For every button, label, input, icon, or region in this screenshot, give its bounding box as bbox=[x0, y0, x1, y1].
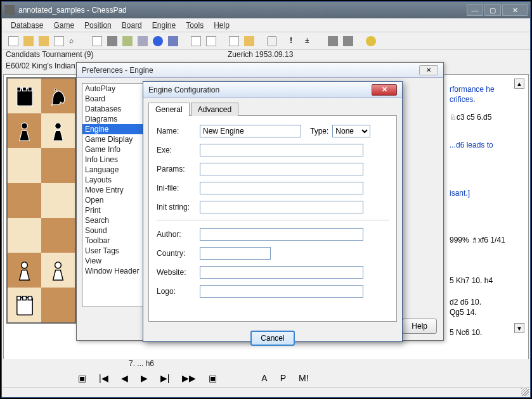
nav-a-button[interactable]: A bbox=[261, 373, 267, 383]
tab-general[interactable]: General bbox=[148, 103, 190, 116]
nav-next-icon[interactable]: ▶| bbox=[160, 373, 170, 383]
name-field[interactable] bbox=[200, 125, 301, 137]
square-b4[interactable] bbox=[41, 218, 75, 253]
menu-engine[interactable]: Engine bbox=[148, 20, 179, 31]
prefs-item-print[interactable]: Print bbox=[82, 205, 145, 215]
exe-field[interactable] bbox=[200, 144, 363, 156]
tool3-icon[interactable] bbox=[206, 36, 216, 46]
params-field[interactable] bbox=[200, 163, 363, 175]
square-a2[interactable] bbox=[8, 253, 41, 288]
info-icon[interactable] bbox=[153, 36, 163, 46]
ini-field[interactable] bbox=[200, 182, 363, 194]
copy-icon[interactable] bbox=[229, 36, 239, 46]
nav-m-button[interactable]: M! bbox=[299, 373, 309, 383]
nav-prev-icon[interactable]: ◀ bbox=[121, 373, 128, 383]
nav-first-icon[interactable]: ▣ bbox=[78, 373, 86, 383]
prefs-item-board[interactable]: Board bbox=[82, 94, 145, 104]
preferences-title: Preferences - Engine bbox=[82, 66, 419, 75]
prefs-item-search[interactable]: Search bbox=[82, 215, 145, 225]
print-icon[interactable] bbox=[138, 36, 148, 46]
menu-tools[interactable]: Tools bbox=[182, 20, 207, 31]
svg-point-7 bbox=[55, 262, 61, 268]
menu-database[interactable]: Database bbox=[7, 20, 47, 31]
square-b1[interactable] bbox=[41, 288, 75, 322]
new-icon[interactable] bbox=[8, 36, 18, 46]
resize-grip[interactable] bbox=[521, 388, 529, 396]
square-b7[interactable] bbox=[41, 113, 75, 148]
square-a1[interactable] bbox=[8, 288, 41, 322]
square-a4[interactable] bbox=[8, 218, 41, 253]
paste-icon[interactable] bbox=[244, 36, 254, 46]
prefs-item-layouts[interactable]: Layouts bbox=[82, 175, 145, 185]
nav-play-icon[interactable]: ▶ bbox=[141, 373, 148, 383]
board3-icon[interactable] bbox=[343, 36, 353, 46]
author-field[interactable] bbox=[200, 228, 363, 241]
square-b6[interactable] bbox=[41, 148, 75, 183]
binoculars-icon[interactable]: ⌕ bbox=[69, 36, 79, 46]
list-icon[interactable] bbox=[54, 36, 64, 46]
prefs-item-open[interactable]: Open bbox=[82, 195, 145, 205]
menu-board[interactable]: Board bbox=[118, 20, 146, 31]
prefs-item-view[interactable]: View bbox=[82, 256, 145, 266]
prefs-item-toolbar[interactable]: Toolbar bbox=[82, 236, 145, 246]
type-select[interactable]: None bbox=[332, 125, 370, 137]
menu-game[interactable]: Game bbox=[49, 20, 78, 31]
board-icon[interactable] bbox=[107, 36, 117, 46]
init-field[interactable] bbox=[200, 201, 363, 213]
engine-tabs: General Advanced bbox=[143, 98, 402, 115]
open-icon[interactable] bbox=[23, 36, 34, 46]
square-a6[interactable] bbox=[8, 148, 41, 183]
prefs-item-autoplay[interactable]: AutoPlay bbox=[82, 84, 145, 94]
preferences-category-list[interactable]: AutoPlay Board Databases Diagrams Engine… bbox=[82, 83, 145, 307]
prefs-item-diagrams[interactable]: Diagrams bbox=[82, 114, 145, 124]
country-field[interactable] bbox=[200, 247, 271, 260]
square-b5[interactable] bbox=[41, 183, 75, 218]
engine-close-button[interactable]: ✕ bbox=[372, 84, 397, 96]
svg-rect-11 bbox=[28, 296, 32, 300]
preferences-close-button[interactable]: ✕ bbox=[419, 65, 438, 75]
nav-end-icon[interactable]: ▣ bbox=[209, 373, 217, 383]
tab-advanced[interactable]: Advanced bbox=[191, 103, 238, 116]
nav-p-button[interactable]: P bbox=[280, 373, 286, 383]
scroll-down-button[interactable]: ▼ bbox=[514, 323, 524, 333]
prefs-item-windowheader[interactable]: Window Header bbox=[82, 266, 145, 276]
page-icon[interactable] bbox=[92, 36, 102, 46]
prefs-item-moveentry[interactable]: Move Entry bbox=[82, 185, 145, 195]
square-b8[interactable] bbox=[41, 79, 75, 113]
tool2-icon[interactable] bbox=[191, 36, 201, 46]
menu-help[interactable]: Help bbox=[210, 20, 233, 31]
save-icon[interactable] bbox=[168, 36, 178, 46]
prefs-item-infolines[interactable]: Info Lines bbox=[82, 155, 145, 165]
prefs-item-gameinfo[interactable]: Game Info bbox=[82, 144, 145, 155]
nav-start-icon[interactable]: |◀ bbox=[99, 373, 108, 383]
plusminus-icon[interactable]: ± bbox=[305, 36, 315, 46]
maximize-button[interactable]: ▢ bbox=[484, 4, 501, 16]
minimize-button[interactable]: — bbox=[467, 4, 483, 16]
prefs-item-usertags[interactable]: User Tags bbox=[82, 246, 145, 256]
website-field[interactable] bbox=[200, 266, 363, 279]
board2-icon[interactable] bbox=[328, 36, 338, 46]
variation-text: 5 Kh7 10. h4 bbox=[450, 276, 513, 285]
prefs-item-sound[interactable]: Sound bbox=[82, 225, 145, 236]
gear-icon[interactable] bbox=[366, 36, 376, 46]
square-a5[interactable] bbox=[8, 183, 41, 218]
logo-field[interactable] bbox=[200, 285, 363, 298]
chess-board[interactable] bbox=[6, 77, 76, 324]
open2-icon[interactable] bbox=[39, 36, 49, 46]
prefs-item-language[interactable]: Language bbox=[82, 165, 145, 175]
prefs-item-engine[interactable]: Engine bbox=[82, 124, 145, 134]
square-a7[interactable] bbox=[8, 113, 41, 148]
square-a8[interactable] bbox=[8, 79, 41, 113]
prefs-item-gamedisplay[interactable]: Game Display bbox=[82, 134, 145, 144]
help-button[interactable]: Help bbox=[402, 319, 437, 334]
cancel-button[interactable]: Cancel bbox=[250, 331, 294, 346]
prefs-item-databases[interactable]: Databases bbox=[82, 104, 145, 114]
square-b2[interactable] bbox=[41, 253, 75, 288]
menu-position[interactable]: Position bbox=[81, 20, 115, 31]
scroll-up-button[interactable]: ▲ bbox=[514, 79, 524, 89]
exclaim-icon[interactable]: ! bbox=[290, 36, 300, 46]
nav-fwd-icon[interactable]: ▶▶ bbox=[182, 373, 196, 383]
tool1-icon[interactable] bbox=[122, 36, 133, 46]
comment-icon[interactable] bbox=[267, 36, 277, 46]
close-button[interactable]: ✕ bbox=[502, 4, 528, 16]
